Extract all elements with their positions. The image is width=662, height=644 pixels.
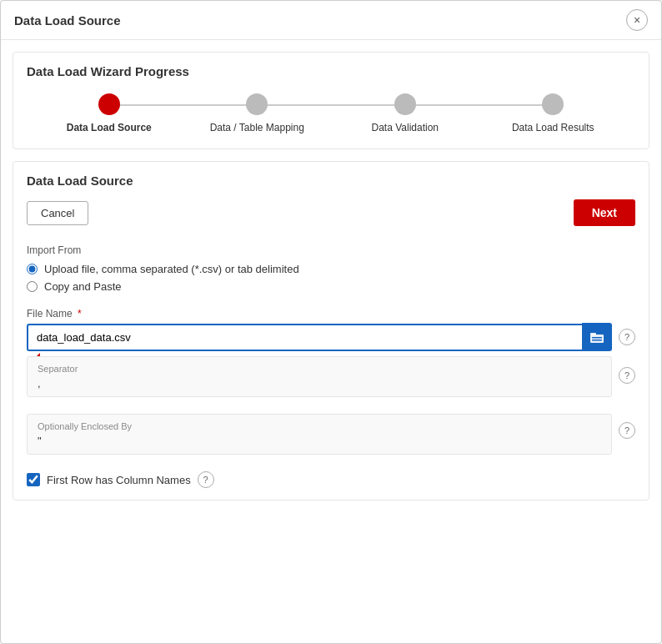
dialog-title: Data Load Source	[14, 13, 121, 28]
first-row-row: First Row has Column Names ?	[27, 471, 635, 488]
form-section-title: Data Load Source	[27, 174, 635, 188]
first-row-checkbox[interactable]	[27, 473, 40, 486]
step-4: Data Load Results	[479, 93, 628, 133]
wizard-title: Data Load Wizard Progress	[27, 64, 635, 78]
first-row-help-icon[interactable]: ?	[198, 471, 214, 488]
separator-row: Separator , ?	[27, 353, 635, 397]
separator-wrapper: Separator , ?	[27, 353, 635, 397]
required-star: *	[78, 308, 82, 319]
dialog: Data Load Source × Data Load Wizard Prog…	[0, 0, 662, 644]
radio-copy-label[interactable]: Copy and Paste	[44, 280, 122, 293]
radio-copy-input[interactable]	[27, 281, 38, 292]
step-3: Data Validation	[331, 93, 479, 133]
import-from-label: Import From	[27, 244, 635, 256]
enclosed-help-icon[interactable]: ?	[619, 422, 635, 439]
separator-field: Separator ,	[28, 357, 611, 396]
next-button[interactable]: Next	[574, 199, 635, 226]
separator-value: ,	[38, 377, 601, 390]
svg-rect-0	[590, 335, 604, 343]
step-4-label: Data Load Results	[512, 122, 594, 133]
action-bar: Cancel Next	[27, 199, 635, 226]
file-name-group: File Name * ?	[27, 308, 635, 351]
file-name-row: ?	[27, 323, 635, 351]
step-2: Data / Table Mapping	[183, 93, 332, 133]
file-browse-button[interactable]	[582, 323, 612, 351]
svg-rect-3	[592, 340, 602, 341]
radio-upload-label[interactable]: Upload file, comma separated (*.csv) or …	[44, 263, 299, 275]
enclosed-row: Optionally Enclosed By " ?	[27, 405, 635, 455]
radio-upload-input[interactable]	[27, 264, 38, 274]
radio-upload: Upload file, comma separated (*.csv) or …	[27, 263, 635, 275]
cancel-button[interactable]: Cancel	[27, 201, 88, 225]
step-2-label: Data / Table Mapping	[210, 122, 304, 133]
step-3-circle	[394, 93, 416, 115]
step-1: Data Load Source	[35, 93, 183, 133]
step-2-circle	[246, 93, 268, 115]
enclosed-field: Optionally Enclosed By "	[28, 415, 611, 454]
dialog-header: Data Load Source ×	[1, 1, 661, 40]
step-1-label: Data Load Source	[67, 122, 152, 133]
enclosed-label: Optionally Enclosed By	[38, 421, 601, 431]
wizard-steps: Data Load Source Data / Table Mapping Da…	[27, 93, 635, 133]
svg-rect-2	[592, 337, 602, 339]
import-from-group: Import From Upload file, comma separated…	[27, 244, 635, 293]
close-button[interactable]: ×	[626, 9, 648, 31]
enclosed-value: "	[38, 435, 601, 447]
step-1-circle	[98, 93, 120, 115]
separator-help-icon[interactable]: ?	[619, 367, 635, 384]
enclosed-section: Optionally Enclosed By "	[27, 414, 612, 455]
first-row-label[interactable]: First Row has Column Names	[47, 474, 191, 486]
file-name-help-icon[interactable]: ?	[619, 329, 635, 345]
radio-copy: Copy and Paste	[27, 280, 635, 293]
svg-rect-1	[590, 333, 596, 335]
file-input-row	[27, 323, 612, 351]
separator-section: Separator ,	[27, 356, 612, 397]
form-section: Data Load Source Cancel Next Import From…	[13, 161, 649, 501]
step-3-label: Data Validation	[372, 122, 439, 133]
file-name-label: File Name *	[27, 308, 635, 319]
wizard-progress-section: Data Load Wizard Progress Data Load Sour…	[13, 52, 649, 149]
step-4-circle	[542, 93, 564, 115]
separator-label: Separator	[38, 364, 601, 374]
file-name-input[interactable]	[27, 324, 582, 351]
